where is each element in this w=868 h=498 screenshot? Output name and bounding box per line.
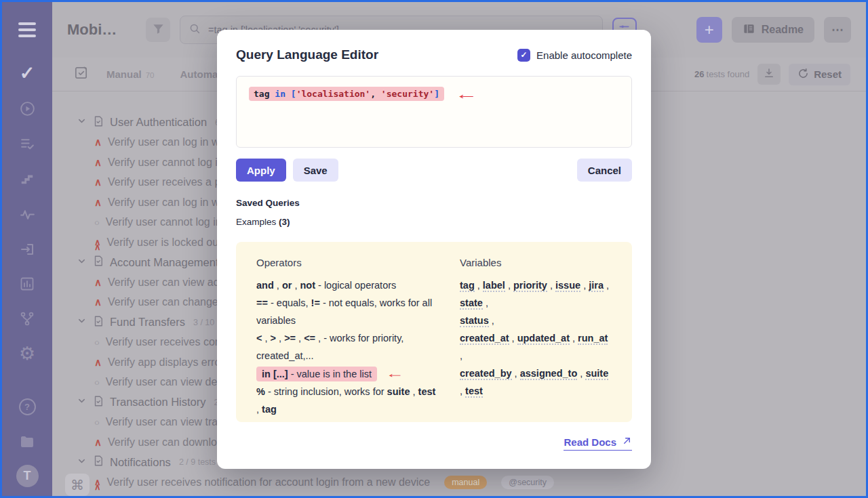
operator-line: < , > , >= , <= , - works for priority, … xyxy=(256,329,441,365)
chevron-down-icon[interactable] xyxy=(77,396,87,409)
checkbox-checked-icon[interactable]: ✓ xyxy=(517,49,530,62)
test-row[interactable]: ∧∧Verify user receives notification for … xyxy=(77,472,866,493)
download-button[interactable] xyxy=(757,64,781,85)
test-label: Verify user receives confi xyxy=(106,336,226,348)
help-icon[interactable]: ? xyxy=(2,395,52,418)
priority-highest-caret-icon: ∧∧ xyxy=(94,236,101,249)
command-shortcut-button[interactable]: ⌘ xyxy=(65,474,90,496)
git-branch-icon[interactable] xyxy=(2,307,52,330)
sidebar-nav: ✓⚙?T xyxy=(2,2,52,496)
variable-line: tag , label , priority , issue , jira , … xyxy=(460,276,612,329)
cancel-button[interactable]: Cancel xyxy=(577,159,632,182)
suite-doc-icon xyxy=(92,395,104,410)
download-icon xyxy=(763,67,775,81)
badge-security: @security xyxy=(501,476,554,489)
gear-icon[interactable]: ⚙ xyxy=(2,342,52,365)
more-options-button[interactable]: ⋯ xyxy=(824,17,851,43)
examples-label: Examples xyxy=(236,217,276,227)
play-circle-icon[interactable] xyxy=(2,97,52,120)
operator-line: == - equals, != - not equals, works for … xyxy=(256,294,441,329)
check-icon[interactable]: ✓ xyxy=(2,62,52,85)
chevron-down-icon[interactable] xyxy=(77,116,87,129)
chevron-down-icon[interactable] xyxy=(77,256,87,269)
suite-label: Notifications xyxy=(110,456,171,469)
app-window: ✓⚙?T Mobi… + Readme ⋯ Manual70Automated6… xyxy=(2,2,866,496)
autocomplete-label: Enable autocomplete xyxy=(536,49,632,61)
test-label: Verify user can view deta xyxy=(106,376,226,388)
results-count: 26tests found xyxy=(694,69,749,79)
query-code-line: tag in ['localisation', 'security'] ← xyxy=(249,85,619,103)
readme-label: Readme xyxy=(762,24,804,36)
read-docs-row: Read Docs xyxy=(236,436,632,451)
exit-icon[interactable] xyxy=(2,238,52,261)
priority-highest-caret-icon: ∧∧ xyxy=(94,476,101,489)
priority-high-caret-icon: ∧ xyxy=(94,356,102,369)
priority-high-caret-icon: ∧ xyxy=(94,276,102,289)
test-label: Verify app displays error xyxy=(108,356,224,369)
annotation-arrow-left-icon: ← xyxy=(455,85,478,103)
priority-high-caret-icon: ∧ xyxy=(94,296,102,308)
priority-high-caret-icon: ∧ xyxy=(94,157,102,169)
variables-title: Variables xyxy=(460,254,612,272)
list-check-icon[interactable] xyxy=(2,132,52,155)
logo-icon[interactable]: T xyxy=(2,464,52,487)
search-icon xyxy=(189,22,201,37)
suite-label: Fund Transfers xyxy=(110,316,185,329)
apply-button[interactable]: Apply xyxy=(236,159,286,182)
funnel-icon xyxy=(152,22,165,37)
variables-column: Variables tag , label , priority , issue… xyxy=(460,254,612,418)
operator-line: and , or , not - logical operators xyxy=(256,276,441,294)
menu-icon[interactable] xyxy=(2,18,52,41)
autocomplete-toggle[interactable]: ✓ Enable autocomplete xyxy=(517,49,632,62)
priority-high-caret-icon: ∧ xyxy=(94,176,102,188)
annotation-arrow-left-icon: ← xyxy=(385,365,404,382)
modal-actions: Apply Save Cancel xyxy=(236,159,632,182)
test-label: Verify user is locked out a xyxy=(107,236,231,249)
examples-count: (3) xyxy=(279,217,290,227)
query-editor-modal: Query Language Editor ✓ Enable autocompl… xyxy=(217,30,651,469)
examples-section[interactable]: Examples (3) xyxy=(236,217,632,227)
suite-label: User Authentication xyxy=(110,116,207,129)
status-circle-icon: ○ xyxy=(94,336,100,348)
modal-title: Query Language Editor xyxy=(236,47,378,62)
status-circle-icon: ○ xyxy=(94,376,100,388)
readme-button[interactable]: Readme xyxy=(732,17,814,43)
steps-icon[interactable] xyxy=(2,167,52,190)
operators-column: Operators and , or , not - logical opera… xyxy=(256,254,441,418)
add-button[interactable]: + xyxy=(696,17,722,43)
filter-button[interactable] xyxy=(146,18,170,42)
chevron-down-icon[interactable] xyxy=(77,456,87,469)
query-code-editor[interactable]: tag in ['localisation', 'security'] ← xyxy=(236,76,632,148)
test-label: Verify user can log in with xyxy=(108,136,231,148)
test-label: Verify user receives a pas xyxy=(108,176,232,188)
command-icon: ⌘ xyxy=(71,477,84,493)
refresh-icon xyxy=(797,68,809,81)
folder-icon[interactable] xyxy=(2,430,52,453)
suite-label: Account Management xyxy=(110,256,219,269)
reset-button[interactable]: Reset xyxy=(789,64,850,85)
bar-chart-icon[interactable] xyxy=(2,272,52,295)
suite-doc-icon xyxy=(92,455,104,470)
suite-doc-icon xyxy=(92,315,104,330)
activity-icon[interactable] xyxy=(2,203,52,226)
test-label: Verify user can log in with xyxy=(108,196,231,209)
toolbar-right: 26tests found Reset xyxy=(694,64,850,85)
suite-count: 2 / 9 tests xyxy=(179,457,216,467)
read-docs-link[interactable]: Read Docs xyxy=(564,436,632,451)
modal-header: Query Language Editor ✓ Enable autocompl… xyxy=(236,47,632,62)
suite-label: Transaction History xyxy=(110,396,206,409)
test-label: Verify user receives notification for ac… xyxy=(107,476,431,489)
operators-title: Operators xyxy=(256,254,441,272)
priority-high-caret-icon: ∧ xyxy=(94,196,102,209)
suite-doc-icon xyxy=(92,115,104,130)
chevron-down-icon[interactable] xyxy=(77,316,87,329)
suite-doc-icon xyxy=(92,255,104,270)
saved-queries-section[interactable]: Saved Queries xyxy=(236,198,632,208)
read-docs-label: Read Docs xyxy=(564,436,616,448)
project-title: Mobi… xyxy=(67,21,146,39)
save-button[interactable]: Save xyxy=(293,159,338,182)
variable-line: created_at , updated_at , run_at ,create… xyxy=(460,329,612,400)
book-icon xyxy=(743,22,755,38)
test-label: Verify user cannot log in xyxy=(106,216,222,228)
tab-manual[interactable]: Manual70 xyxy=(106,68,154,80)
